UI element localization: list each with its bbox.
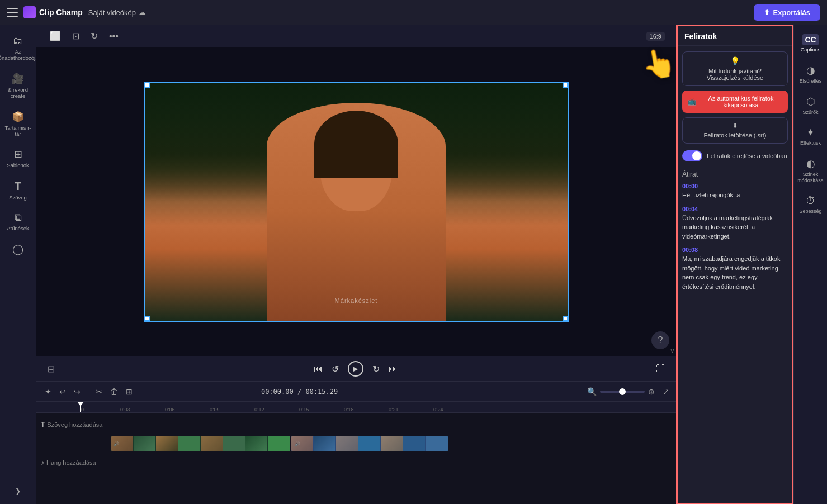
video-editor: ⬜ ⊡ ↻ ••• 16:9 ❮ bbox=[36, 25, 676, 381]
undo-icon[interactable]: ↩ bbox=[58, 386, 68, 398]
right-item-effects[interactable]: ✦ Effektusk bbox=[796, 122, 826, 151]
export-icon: ⬆ bbox=[764, 8, 770, 17]
menu-button[interactable] bbox=[7, 8, 18, 17]
download-srt-button[interactable]: ⬇ Feliratok letöltése (.srt) bbox=[682, 117, 788, 144]
content-icon: 📦 bbox=[12, 111, 24, 123]
right-item-label-color: Színek módosítása bbox=[797, 172, 824, 184]
timeline-area: ✦ ↩ ↪ ✂ 🗑 ⊞ 00:00.00 / 00:15.29 🔍 ⊕ ⤢ bbox=[36, 381, 676, 504]
replay-icon[interactable]: ↺ bbox=[332, 364, 339, 374]
sidebar-item-label-templates: Sablonok bbox=[7, 162, 29, 168]
sidebar-item-record[interactable]: 🎥 & rekordcreate bbox=[2, 68, 34, 104]
more-icon[interactable]: ••• bbox=[107, 29, 121, 44]
transcript-text-0: Hé, üzleti rajongók. a bbox=[682, 191, 788, 200]
transcript-entry-0[interactable]: 00:00 Hé, üzleti rajongók. a bbox=[682, 183, 788, 200]
panel-collapse-icon[interactable]: ∨ bbox=[670, 347, 675, 355]
auto-captions-icon: 📺 bbox=[688, 98, 696, 106]
captions-icon: CC bbox=[802, 34, 818, 45]
right-item-captions[interactable]: CC Captions bbox=[796, 30, 826, 58]
right-item-filters[interactable]: ⬡ Szűrők bbox=[796, 91, 826, 120]
ruler-mark-1: 0:03 bbox=[120, 407, 130, 412]
timeline-tracks: T Szöveg hozzáadása bbox=[36, 413, 676, 504]
sidebar-collapse[interactable]: ❯ bbox=[12, 484, 24, 498]
zoom-out-icon[interactable]: 🔍 bbox=[587, 387, 597, 396]
delete-icon[interactable]: 🗑 bbox=[108, 386, 120, 398]
right-item-speed[interactable]: ⏱ Sebesség bbox=[796, 191, 826, 219]
feedback-label: Mit tudunk javítani? Visszajelzés küldés… bbox=[707, 68, 763, 81]
expand-timeline-icon[interactable]: ⤢ bbox=[663, 387, 669, 396]
download-label: Feliratok letöltése (.srt) bbox=[704, 132, 767, 139]
sidebar-item-label-text: Szöveg bbox=[9, 194, 27, 201]
filters-icon: ⬡ bbox=[806, 96, 815, 108]
color-icon: ◐ bbox=[806, 158, 815, 170]
effects-icon: ✦ bbox=[806, 126, 815, 139]
help-button[interactable]: ? bbox=[651, 331, 669, 349]
text-track-row: T Szöveg hozzáadása bbox=[36, 415, 676, 434]
ruler-mark-3: 0:09 bbox=[210, 407, 220, 412]
zoom-slider[interactable] bbox=[600, 391, 645, 393]
playback-controls: ⊟ ⏮ ↺ ▶ ↻ ⏭ ⛶ bbox=[36, 356, 676, 381]
download-icon: ⬇ bbox=[733, 122, 738, 130]
sidebar-item-templates[interactable]: ⊞ Sablonok bbox=[2, 144, 34, 173]
sidebar-item-label-media: Az Önadathordozója bbox=[0, 49, 38, 61]
feedback-icon: 💡 bbox=[730, 56, 740, 65]
center-area: ⬜ ⊡ ↻ ••• 16:9 ❮ bbox=[36, 25, 676, 504]
transcript-entry-1[interactable]: 00:04 Üdvözöljük a marketingstratégiák m… bbox=[682, 206, 788, 241]
skip-start-icon[interactable]: ⏮ bbox=[314, 364, 323, 374]
sidebar-item-content[interactable]: 📦 Tartalmis r-tár bbox=[2, 106, 34, 142]
redo-icon[interactable]: ↪ bbox=[72, 386, 82, 398]
toggle-row: Feliratok elrejtése a videóban bbox=[682, 148, 788, 164]
audio-track-content[interactable] bbox=[111, 455, 672, 470]
topbar: Clip Champ Saját videókép ☁ ⬆ Exportálás bbox=[0, 0, 827, 25]
sidebar-item-brand[interactable]: ◯ bbox=[2, 239, 34, 260]
left-sidebar: 🗂 Az Önadathordozója 🎥 & rekordcreate 📦 … bbox=[0, 25, 36, 504]
snap-icon[interactable]: ✦ bbox=[43, 386, 53, 398]
resize-handle-tr[interactable] bbox=[563, 82, 568, 88]
fullscreen-button[interactable]: ⛶ bbox=[656, 364, 665, 374]
rotate-icon[interactable]: ↻ bbox=[88, 28, 100, 44]
resize-handle-br[interactable] bbox=[563, 316, 568, 321]
merge-icon[interactable]: ⊞ bbox=[124, 386, 134, 398]
timeline-ruler: 0 0:03 0:06 0:09 0:12 0:15 0:18 0:21 0:2… bbox=[36, 402, 676, 413]
video-track-content[interactable]: 🔊 bbox=[111, 436, 672, 451]
transcript-section: Átirat 00:00 Hé, üzleti rajongók. a 00:0… bbox=[682, 170, 788, 297]
export-button[interactable]: ⬆ Exportálás bbox=[754, 4, 820, 21]
transcript-title: Átirat bbox=[682, 170, 788, 178]
cloud-icon: ☁ bbox=[138, 8, 146, 17]
zoom-in-icon[interactable]: ⊕ bbox=[648, 387, 655, 396]
sidebar-item-text[interactable]: T Szöveg bbox=[2, 175, 34, 205]
topbar-left: Clip Champ Saját videókép ☁ bbox=[7, 6, 146, 18]
aspect-ratio-badge[interactable]: 16:9 bbox=[646, 32, 665, 41]
text-track-content[interactable] bbox=[111, 417, 672, 432]
sidebar-item-transitions[interactable]: ⧉ Átűnések bbox=[2, 207, 34, 236]
crop-icon[interactable]: ⬜ bbox=[48, 28, 63, 44]
cut-icon[interactable]: ✂ bbox=[94, 386, 104, 398]
sidebar-item-media[interactable]: 🗂 Az Önadathordozója bbox=[2, 31, 34, 66]
resize-handle-tl[interactable] bbox=[144, 82, 150, 88]
right-item-color[interactable]: ◐ Színek módosítása bbox=[796, 153, 826, 188]
brand-icon: ◯ bbox=[12, 243, 23, 255]
resize-handle-bl[interactable] bbox=[144, 316, 150, 321]
video-toolbar: ⬜ ⊡ ↻ ••• 16:9 bbox=[36, 25, 676, 47]
logo-icon bbox=[23, 6, 36, 18]
subtitle-off-icon[interactable]: ⊟ bbox=[48, 364, 55, 374]
skip-end-icon[interactable]: ⏭ bbox=[389, 364, 398, 374]
timeline-toolbar: ✦ ↩ ↪ ✂ 🗑 ⊞ 00:00.00 / 00:15.29 🔍 ⊕ ⤢ bbox=[36, 382, 676, 402]
transcript-entry-2[interactable]: 00:08 Ma, mi szabadjára engedjük a titko… bbox=[682, 246, 788, 291]
forward-icon[interactable]: ↻ bbox=[372, 364, 380, 374]
feedback-button[interactable]: 💡 Mit tudunk javítani? Visszajelzés küld… bbox=[682, 51, 788, 86]
sidebar-item-label-record: & rekordcreate bbox=[8, 87, 28, 99]
play-button[interactable]: ▶ bbox=[348, 361, 363, 377]
video-track-row: 🔊 bbox=[36, 434, 676, 453]
project-name[interactable]: Saját videókép ☁ bbox=[88, 8, 146, 17]
auto-captions-button[interactable]: 📺 Az automatikus feliratok kikapcsolása bbox=[682, 91, 788, 113]
captions-panel-content: 💡 Mit tudunk javítani? Visszajelzés küld… bbox=[677, 46, 793, 504]
toggle-label: Feliratok elrejtése a videóban bbox=[707, 153, 787, 159]
toggle-thumb bbox=[692, 151, 701, 160]
fit-icon[interactable]: ⊡ bbox=[70, 28, 82, 44]
hide-captions-toggle[interactable] bbox=[682, 150, 702, 161]
right-item-color-grading[interactable]: ◑ Elsőrétlés bbox=[796, 60, 826, 89]
playhead[interactable] bbox=[80, 402, 81, 412]
ruler-mark-2: 0:06 bbox=[165, 407, 175, 412]
transitions-icon: ⧉ bbox=[15, 212, 22, 224]
right-item-label-effects: Effektusk bbox=[800, 140, 821, 146]
